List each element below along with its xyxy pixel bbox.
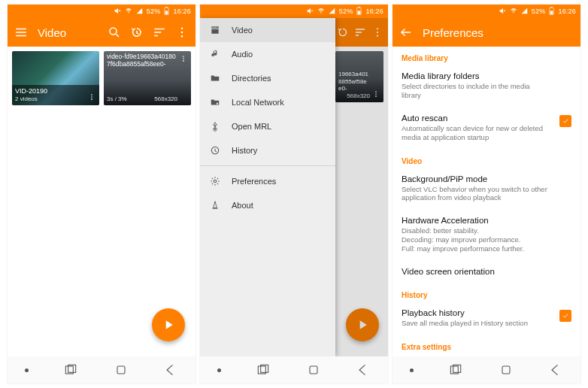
audio-icon (209, 48, 221, 60)
section-extra: Extra settings (393, 335, 580, 354)
nav-back-icon[interactable] (548, 362, 563, 377)
android-nav-bar (393, 356, 580, 383)
pref-background-pip[interactable]: Background/PiP mode Select VLC behavior … (393, 168, 580, 211)
drawer-divider (200, 165, 335, 166)
hamburger-icon[interactable] (12, 23, 30, 41)
nav-home-icon[interactable] (306, 362, 321, 377)
pref-auto-rescan[interactable]: Auto rescan Automatically scan device fo… (393, 108, 580, 150)
video-icon (209, 24, 221, 36)
svg-point-29 (217, 103, 218, 105)
svg-rect-25 (213, 27, 214, 28)
nav-recents-icon[interactable] (448, 362, 463, 377)
svg-rect-38 (551, 7, 553, 8)
drawer-item-history[interactable]: History (200, 138, 335, 162)
svg-point-4 (181, 28, 183, 29)
mute-icon (499, 8, 506, 16)
svg-rect-18 (358, 11, 361, 14)
svg-point-6 (181, 35, 183, 37)
svg-rect-33 (213, 208, 218, 209)
toolbar: Video (8, 18, 195, 47)
svg-point-9 (91, 99, 92, 100)
video-filename: VID-20190 (15, 87, 86, 95)
battery-text: 52% (147, 8, 161, 15)
drawer-label: Local Network (232, 98, 284, 107)
nav-assistant-icon[interactable] (217, 368, 221, 372)
svg-rect-15 (117, 366, 125, 374)
svg-point-5 (181, 32, 183, 33)
svg-rect-26 (214, 27, 214, 28)
video-overflow-icon[interactable] (87, 92, 96, 102)
status-bar: 52% 16:26 (393, 5, 580, 18)
nav-assistant-icon[interactable] (410, 368, 414, 372)
nav-home-icon[interactable] (114, 362, 129, 377)
signal-icon (521, 8, 528, 16)
video-card[interactable]: video-fd9e19663a401807f6dba8855af58ee0- … (104, 51, 191, 105)
pref-screen-orientation[interactable]: Video screen orientation (393, 261, 580, 283)
video-filename: video-fd9e19663a401807f6dba8855af58ee0- (107, 53, 177, 68)
section-video: Video (393, 150, 580, 168)
signal-icon (329, 8, 335, 16)
battery-icon (356, 7, 362, 17)
wifi-icon (317, 8, 325, 16)
svg-point-8 (91, 96, 92, 98)
play-fab[interactable] (152, 308, 185, 341)
svg-rect-39 (550, 11, 553, 14)
nav-back-icon[interactable] (356, 362, 371, 377)
last-played-icon[interactable] (128, 23, 146, 41)
nav-back-icon[interactable] (163, 362, 178, 377)
pref-hardware-accel[interactable]: Hardware Acceleration Disabled: better s… (393, 210, 580, 261)
drawer-label: Audio (232, 50, 253, 59)
status-bar: 52% 16:26 (200, 5, 388, 18)
play-fab[interactable] (346, 308, 379, 341)
nav-home-icon[interactable] (499, 362, 514, 377)
settings-icon (209, 175, 221, 187)
nav-recents-icon[interactable] (63, 362, 78, 377)
android-nav-bar (8, 356, 195, 383)
nav-assistant-icon[interactable] (25, 368, 29, 372)
drawer-label: History (232, 146, 257, 155)
drawer-item-open-mrl[interactable]: Open MRL (200, 114, 335, 138)
checkbox-checked-icon[interactable] (559, 310, 571, 322)
drawer-item-about[interactable]: About (200, 193, 335, 217)
drawer-item-directories[interactable]: Directories (200, 66, 335, 90)
search-icon[interactable] (105, 23, 123, 41)
battery-icon (549, 7, 554, 17)
video-overflow-icon[interactable] (179, 53, 188, 64)
svg-rect-27 (215, 27, 216, 28)
svg-rect-28 (217, 27, 217, 28)
drawer-label: Preferences (232, 177, 276, 186)
nav-drawer: Video Audio Directories Local Network Op… (200, 18, 335, 356)
folder-icon (209, 72, 221, 84)
drawer-item-audio[interactable]: Audio (200, 42, 335, 66)
scrim[interactable] (335, 18, 388, 356)
section-media-library: Media library (393, 47, 580, 65)
battery-text: 52% (532, 8, 546, 15)
clock-text: 16:26 (173, 8, 191, 15)
drawer-item-local-network[interactable]: Local Network (200, 90, 335, 114)
checkbox-checked-icon[interactable] (559, 115, 571, 127)
svg-rect-2 (165, 11, 168, 14)
sort-icon[interactable] (150, 23, 168, 41)
drawer-label: About (232, 201, 253, 210)
pref-playback-history[interactable]: Playback history Save all media played i… (393, 302, 580, 335)
android-nav-bar (200, 356, 388, 383)
wifi-icon (510, 8, 517, 16)
overflow-icon[interactable] (173, 23, 191, 41)
svg-point-12 (183, 60, 184, 62)
svg-point-10 (183, 56, 184, 57)
drawer-label: Open MRL (232, 122, 271, 131)
svg-rect-36 (310, 366, 317, 374)
drawer-item-preferences[interactable]: Preferences (200, 169, 335, 193)
vlc-cone-icon (209, 199, 221, 211)
drawer-item-video[interactable]: Video (200, 18, 335, 42)
back-arrow-icon[interactable] (397, 23, 415, 41)
video-grid: VID-20190 2 videos video-fd9e19663a40180… (8, 47, 195, 110)
drawer-label: Video (232, 26, 253, 35)
nav-recents-icon[interactable] (256, 362, 271, 377)
preferences-list[interactable]: Media library Media library folders Sele… (393, 47, 580, 356)
pref-media-library-folders[interactable]: Media library folders Select directories… (393, 65, 580, 108)
network-folder-icon (209, 96, 221, 108)
section-history: History (393, 283, 580, 302)
video-card[interactable]: VID-20190 2 videos (12, 51, 99, 105)
signal-icon (136, 8, 143, 16)
